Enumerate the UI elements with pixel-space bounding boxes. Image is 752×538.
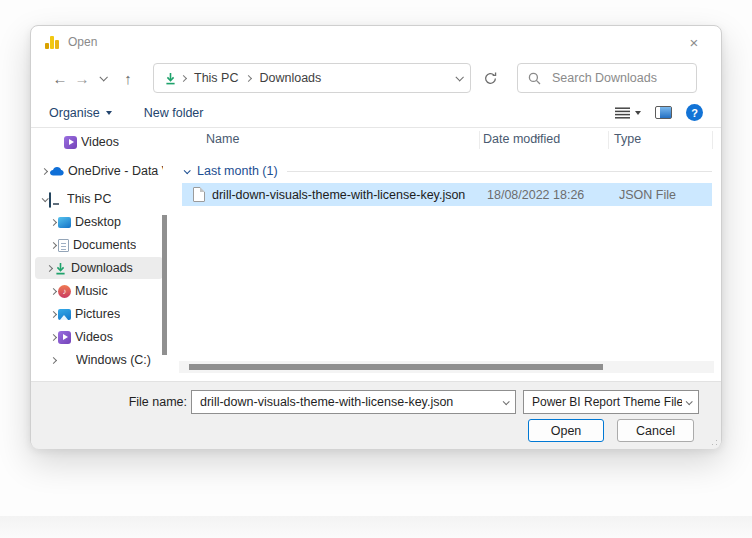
collapse-chevron-icon[interactable] [39, 197, 49, 202]
sidebar-item-documents[interactable]: Documents [35, 234, 163, 256]
help-icon[interactable]: ? [686, 104, 703, 121]
file-row-selected[interactable]: drill-down-visuals-theme-with-license-ke… [182, 183, 712, 206]
powerbi-app-icon [45, 36, 59, 49]
close-icon[interactable]: × [681, 34, 707, 51]
command-bar-right-group: ? [615, 104, 703, 121]
cancel-button[interactable]: Cancel [617, 419, 694, 442]
horizontal-scrollbar-thumb[interactable] [189, 364, 603, 370]
navigation-bar: ← → ↑ This PC Downloads [31, 58, 721, 98]
new-folder-button[interactable]: New folder [144, 106, 204, 120]
organise-label: Organise [49, 106, 100, 120]
breadcrumb-separator-icon [181, 76, 186, 81]
group-collapse-chevron-icon[interactable] [184, 169, 189, 174]
new-folder-label: New folder [144, 106, 204, 120]
resize-grip[interactable] [710, 438, 717, 445]
page-background: Open × ← → ↑ This PC Downloads [0, 0, 752, 538]
address-dropdown-chevron-icon[interactable] [456, 75, 462, 81]
documents-icon [58, 239, 69, 252]
expand-chevron-icon[interactable] [48, 312, 58, 317]
organise-menu-button[interactable]: Organise [49, 106, 112, 120]
sidebar-item-desktop[interactable]: Desktop [35, 211, 163, 233]
column-divider[interactable] [608, 131, 609, 149]
view-mode-dropdown-icon [635, 111, 641, 115]
breadcrumb-separator-icon [246, 76, 251, 81]
open-button[interactable]: Open [528, 419, 604, 442]
sidebar-item-label: Pictures [75, 307, 120, 321]
sidebar-item-downloads[interactable]: Downloads [35, 257, 163, 279]
search-input[interactable] [550, 70, 670, 86]
sidebar-scrollbar[interactable] [162, 215, 167, 355]
file-date-modified: 18/08/2022 18:26 [487, 188, 584, 202]
horizontal-scrollbar[interactable] [179, 361, 714, 373]
column-header-type[interactable]: Type [614, 132, 641, 146]
onedrive-cloud-icon [49, 166, 64, 176]
preview-pane-icon[interactable] [655, 106, 672, 119]
expand-chevron-icon[interactable] [48, 335, 58, 340]
title-bar: Open × [31, 26, 721, 58]
file-type-dropdown-chevron-icon[interactable] [686, 398, 693, 405]
recent-locations-chevron-icon[interactable] [93, 75, 113, 81]
expand-chevron-icon[interactable] [48, 289, 58, 294]
sidebar-item-label: Documents [73, 238, 136, 252]
this-pc-icon [49, 193, 63, 205]
file-name-label: File name: [31, 395, 187, 409]
dialog-body: Videos OneDrive - Data V This PC [31, 128, 721, 381]
navigation-pane: Videos OneDrive - Data V This PC [31, 128, 173, 381]
breadcrumb-downloads[interactable]: Downloads [259, 71, 321, 85]
sidebar-item-label: OneDrive - Data V [68, 164, 163, 178]
up-icon[interactable]: ↑ [117, 70, 139, 87]
command-bar: Organise New folder ? [31, 98, 721, 128]
column-divider[interactable] [712, 131, 713, 149]
sidebar-item-this-pc[interactable]: This PC [35, 188, 163, 210]
file-type: JSON File [619, 188, 676, 202]
file-name-dropdown-chevron-icon[interactable] [503, 398, 510, 405]
expand-chevron-icon[interactable] [44, 266, 54, 271]
json-file-icon [193, 187, 205, 202]
sidebar-item-label: This PC [67, 192, 111, 206]
expand-chevron-icon[interactable] [48, 243, 58, 248]
local-disk-icon [58, 355, 72, 365]
downloads-location-icon [164, 72, 177, 85]
organise-dropdown-icon [106, 111, 112, 115]
sidebar-item-label: Videos [81, 135, 119, 149]
column-headers: Name Date modified Type [179, 128, 714, 152]
expand-chevron-icon[interactable] [48, 220, 58, 225]
sidebar-item-windows-c[interactable]: Windows (C:) [35, 349, 163, 371]
sidebar-item-videos-quick[interactable]: Videos [35, 131, 163, 153]
sidebar-item-pictures[interactable]: Pictures [35, 303, 163, 325]
open-file-dialog: Open × ← → ↑ This PC Downloads [30, 25, 722, 448]
videos-icon [58, 331, 71, 344]
forward-icon[interactable]: → [71, 70, 93, 87]
search-icon [528, 72, 541, 85]
back-icon[interactable]: ← [49, 70, 71, 87]
address-bar[interactable]: This PC Downloads [153, 63, 471, 93]
file-list: Name Date modified Type Last month (1) d… [179, 128, 714, 381]
expand-chevron-icon[interactable] [39, 169, 49, 174]
group-divider-line [287, 171, 712, 172]
sidebar-item-onedrive[interactable]: OneDrive - Data V [35, 160, 163, 182]
dialog-footer: File name: Power BI Report Theme Files (… [31, 381, 721, 449]
expand-chevron-icon[interactable] [48, 358, 58, 363]
music-icon: ♪ [58, 285, 71, 298]
breadcrumb-this-pc[interactable]: This PC [194, 71, 238, 85]
column-header-name[interactable]: Name [206, 132, 239, 146]
file-name: drill-down-visuals-theme-with-license-ke… [212, 188, 465, 202]
column-divider[interactable] [479, 131, 480, 149]
file-name-combobox[interactable] [191, 390, 516, 414]
group-header-last-month[interactable]: Last month (1) [179, 161, 712, 181]
window-title: Open [68, 35, 97, 49]
desktop-icon [58, 217, 71, 228]
view-mode-button[interactable] [615, 107, 641, 119]
sidebar-item-label: Desktop [75, 215, 121, 229]
search-box[interactable] [517, 63, 697, 93]
cancel-button-label: Cancel [636, 424, 675, 438]
file-type-value: Power BI Report Theme Files (*. [524, 395, 682, 409]
refresh-icon[interactable] [475, 63, 505, 93]
sidebar-item-label: Downloads [71, 261, 133, 275]
sidebar-item-videos[interactable]: Videos [35, 326, 163, 348]
videos-icon [64, 136, 77, 149]
file-name-input[interactable] [192, 395, 499, 409]
sidebar-item-music[interactable]: ♪ Music [35, 280, 163, 302]
column-header-date-modified[interactable]: Date modified [483, 132, 560, 146]
file-type-select[interactable]: Power BI Report Theme Files (*. [523, 390, 699, 414]
